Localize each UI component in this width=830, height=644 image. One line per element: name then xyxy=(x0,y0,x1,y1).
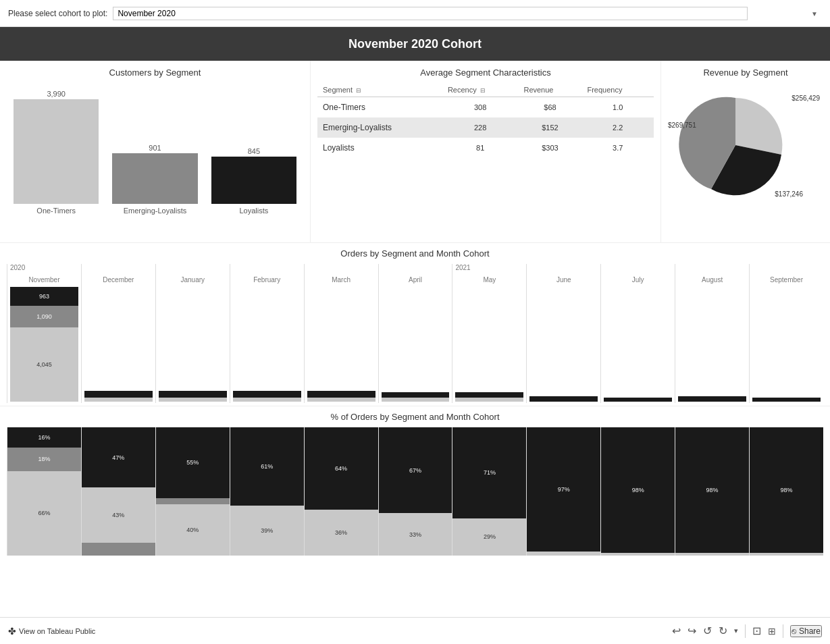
feb-dark xyxy=(233,391,301,398)
month-col-november: 2020 November 963 1,090 4,045 xyxy=(7,264,82,403)
year-mar xyxy=(305,264,378,275)
dec-light xyxy=(84,398,153,402)
year-dec xyxy=(82,264,155,275)
pct-apr-stacked: 67% 33% xyxy=(379,427,452,556)
pct-may-stacked: 71% 29% xyxy=(452,427,526,556)
pct-mar-stacked: 64% 36% xyxy=(305,427,378,556)
tableau-icon: ✤ xyxy=(8,626,16,637)
mar-dark xyxy=(307,391,375,398)
month-label-jul: July xyxy=(601,275,675,287)
pct-dec-dark: 47% xyxy=(82,427,155,487)
pct-title: % of Orders by Segment and Month Cohort xyxy=(7,412,823,422)
pct-dec-medium xyxy=(82,543,155,556)
loyalists-label: Loyalists xyxy=(239,207,268,215)
top-bar: Please select cohort to plot: November 2… xyxy=(0,0,830,27)
segment-table: Segment ⊟ Recency ⊟ Revenue Frequency On… xyxy=(317,83,654,158)
apr-dark xyxy=(382,392,450,398)
nov-medium: 1,090 xyxy=(10,306,78,327)
dec-stacked xyxy=(84,391,153,402)
row-onetimers: One-Timers 308 $68 1.0 xyxy=(317,97,654,118)
month-col-april: April xyxy=(379,264,453,403)
row-onetimers-frequency: 1.0 xyxy=(581,97,654,118)
orders-title: Orders by Segment and Month Cohort xyxy=(7,248,823,259)
pct-nov-medium: 18% xyxy=(7,448,81,471)
cohort-select[interactable]: November 2020 xyxy=(113,7,748,20)
month-label-mar: March xyxy=(305,275,378,287)
row-emerging: Emerging-Loyalists 228 $152 2.2 xyxy=(317,117,654,138)
pct-col-feb: 61% 39% xyxy=(230,427,305,556)
jan-stacked xyxy=(159,391,227,402)
month-col-january: January xyxy=(156,264,230,403)
revenue-pie-chart xyxy=(668,84,803,199)
year-2020-nov: 2020 xyxy=(7,264,81,275)
nov-light: 4,045 xyxy=(10,327,78,402)
year-jun xyxy=(527,264,600,275)
pct-sep-light xyxy=(750,553,823,556)
pct-feb-light: 39% xyxy=(230,506,304,556)
pct-jul-dark: 98% xyxy=(601,427,675,553)
jul-dark xyxy=(604,398,672,402)
jun-dark xyxy=(529,396,598,402)
col-frequency: Frequency xyxy=(581,83,654,97)
tableau-link-text[interactable]: View on Tableau Public xyxy=(19,627,95,635)
year-feb xyxy=(230,264,304,275)
toolbar-divider xyxy=(745,624,746,638)
top-charts-row: Customers by Segment 3,990 One-Timers 90… xyxy=(0,61,830,243)
may-bars xyxy=(452,287,526,403)
jan-light xyxy=(159,398,227,402)
bottom-bar: ✤ View on Tableau Public ↩ ↪ ↺ ↻ ▾ ⊡ ⊞ ⎋… xyxy=(0,617,830,644)
pct-jan-light: 40% xyxy=(156,504,230,556)
customers-title: Customers by Segment xyxy=(7,68,303,78)
row-emerging-name: Emerging-Loyalists xyxy=(317,117,442,138)
pct-mar-light: 36% xyxy=(305,510,378,556)
dropdown-button[interactable]: ▾ xyxy=(734,626,738,635)
pct-nov-stacked: 16% 18% 66% xyxy=(7,427,81,556)
row-emerging-revenue: $152 xyxy=(518,117,581,138)
pct-feb-stacked: 61% 39% xyxy=(230,427,304,556)
sep-stacked xyxy=(752,398,821,402)
share-button[interactable]: ⎋ Share xyxy=(790,625,822,637)
pct-aug-light xyxy=(675,553,749,556)
feb-stacked xyxy=(233,391,301,402)
pct-jun-stacked: 97% xyxy=(527,427,600,556)
month-label-feb: February xyxy=(230,275,304,287)
apr-stacked xyxy=(382,392,450,402)
pct-aug-dark: 98% xyxy=(675,427,749,553)
pct-dec-stacked: 47% 43% xyxy=(82,427,155,556)
pct-col-mar: 64% 36% xyxy=(305,427,379,556)
aug-dark xyxy=(678,396,746,402)
pct-col-jul: 98% xyxy=(601,427,675,556)
segment-filter-icon[interactable]: ⊟ xyxy=(356,87,361,94)
onetimers-label: One-Timers xyxy=(36,207,76,215)
nov-dark: 963 xyxy=(10,287,78,306)
revenue-label-medium: $137,246 xyxy=(775,190,803,198)
jul-bars xyxy=(601,287,675,403)
expand-button[interactable]: ⊞ xyxy=(768,626,776,637)
month-label-apr: April xyxy=(379,275,452,287)
present-button[interactable]: ⊡ xyxy=(752,624,761,637)
revenue-title: Revenue by Segment xyxy=(668,68,823,78)
sep-dark xyxy=(752,398,821,402)
undo-button[interactable]: ↩ xyxy=(672,624,681,637)
forward-button[interactable]: ↻ xyxy=(719,624,727,637)
apr-bars xyxy=(379,287,452,403)
apr-light xyxy=(382,398,450,402)
may-light xyxy=(455,398,523,402)
col-revenue: Revenue xyxy=(518,83,581,97)
pct-chart-area: 16% 18% 66% 47% 43% 55% 40% 61% xyxy=(7,427,823,556)
loyalists-value: 845 xyxy=(248,147,260,155)
month-label-dec: December xyxy=(82,275,155,287)
row-loyalists-revenue: $303 xyxy=(518,138,581,158)
pct-mar-dark: 64% xyxy=(305,427,378,510)
month-label-may: May xyxy=(452,275,526,287)
month-label-aug: August xyxy=(675,275,749,287)
pct-col-jan: 55% 40% xyxy=(156,427,230,556)
redo-button[interactable]: ↪ xyxy=(688,624,696,637)
tableau-link[interactable]: ✤ View on Tableau Public xyxy=(8,626,95,637)
row-emerging-frequency: 2.2 xyxy=(581,117,654,138)
pct-jun-dark: 97% xyxy=(527,427,600,552)
cohort-select-wrapper[interactable]: November 2020 xyxy=(113,7,822,20)
reset-button[interactable]: ↺ xyxy=(703,624,712,637)
recency-filter-icon[interactable]: ⊟ xyxy=(480,87,486,94)
month-col-december: December xyxy=(82,264,156,403)
